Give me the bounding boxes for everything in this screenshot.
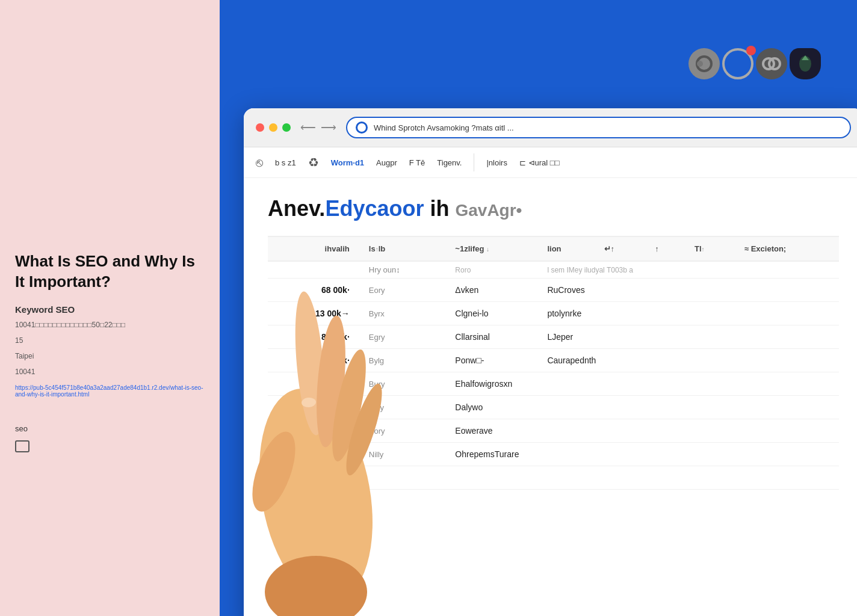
col-header-3[interactable]: ~1zlifeg ↓ — [445, 236, 537, 261]
nav-item-tiger[interactable]: Tigenv. — [437, 158, 462, 167]
table-row: 80 00k· Bylg Ponw□- Caurapednth — [268, 349, 839, 372]
nav-divider — [474, 153, 474, 171]
col-header-5[interactable]: ↵↑ — [595, 236, 646, 261]
address-text: Whind Sprotch Avsamoking ?mats αitl ... — [374, 123, 514, 132]
cell-3: Clgnei-lo — [445, 302, 537, 325]
cell-name: Caurapednth — [537, 349, 839, 372]
cell-type: Nilly — [359, 443, 446, 466]
copy-icon[interactable] — [15, 440, 29, 452]
heading-part3: ih — [424, 196, 449, 221]
cell-name: Ehalfowigrosxn — [445, 372, 839, 396]
subheader-4: l sem IMey iludyal T003b a — [537, 261, 839, 279]
logo-icon-2 — [722, 48, 753, 79]
cell-type: Bury — [359, 372, 446, 396]
logo-icon-1 — [688, 48, 720, 79]
heading-part1: Anev. — [268, 196, 325, 221]
nav-item-worm[interactable]: Worm·d1 — [331, 158, 364, 167]
table-row: 68 00k· Eory Δvken RuCroves — [268, 279, 839, 302]
page-heading: Anev.Edycaoor ih GavAgr• — [268, 196, 839, 221]
heading-part2: Edycaoor — [325, 196, 424, 221]
cell-vol: 81 00k· — [268, 325, 359, 349]
cell-3: Ponw□- — [445, 349, 537, 372]
nav-item-1[interactable]: b s z1 — [275, 158, 296, 167]
nav-item-te[interactable]: F Tē — [409, 158, 425, 167]
cell-name: ptolynrke — [537, 302, 839, 325]
maximize-button[interactable] — [282, 123, 291, 132]
logo-svg-3 — [761, 54, 782, 74]
browser-chrome: ⟵ ⟶ Whind Sprotch Avsamoking ?mats αitl … — [244, 108, 857, 147]
logo-svg-1 — [695, 55, 713, 73]
cell-3: Δvken — [445, 279, 537, 302]
forward-icon[interactable]: ⟶ — [321, 121, 336, 134]
cell-vol: 17 00k· — [268, 396, 359, 419]
logo-area — [688, 48, 821, 79]
cell-vol: 8F 00k· — [268, 466, 359, 490]
browser-window: ⟵ ⟶ Whind Sprotch Avsamoking ?mats αitl … — [244, 108, 857, 616]
minimize-button[interactable] — [269, 123, 277, 132]
nav-icon-2: ♻ — [308, 155, 319, 170]
table-row: 82 00k· Bury Ehalfowigrosxn — [268, 372, 839, 396]
seo-tag: seo — [15, 424, 205, 433]
nav-item-ural[interactable]: ⊏ ⊲ural □□ — [519, 158, 560, 167]
col-header-8[interactable]: ≈ Excieton; — [735, 236, 839, 261]
table-row: S0 00k· Nilly OhrepemsTurare — [268, 443, 839, 466]
keyword-label: Keyword SEO — [15, 304, 205, 315]
table-header: ihvalih ls↑lb ~1zlifeg ↓ lion ↵↑ ↑ Tl↑ ≈… — [268, 236, 839, 261]
nav-item-augpr[interactable]: Augpr — [376, 158, 397, 167]
nav-icon-home[interactable]: ⎋ — [256, 156, 263, 170]
main-content-area: ⟵ ⟶ Whind Sprotch Avsamoking ?mats αitl … — [220, 0, 857, 616]
cell-type: Egry — [359, 325, 446, 349]
cell-type: Bory — [359, 419, 446, 443]
cell-type: Byrx — [359, 302, 446, 325]
close-button[interactable] — [256, 123, 264, 132]
cell-type: Eory — [359, 279, 446, 302]
article-title: What Is SEO and Why Is It Important? — [15, 251, 205, 292]
logo-svg-4 — [797, 54, 814, 73]
table-row: 32 00k· Bory Eowerave — [268, 419, 839, 443]
logo-icon-4 — [790, 48, 821, 79]
cell-vol: 82 00k· — [268, 372, 359, 396]
col-header-7[interactable]: Tl↑ — [685, 236, 735, 261]
cell-name: RuCroves — [537, 279, 839, 302]
table-subheader: Hry oun↕ Roro l sem IMey iludyal T003b a — [268, 261, 839, 279]
page-content: Anev.Edycaoor ih GavAgr• ihvalih ls↑lb ~… — [244, 178, 857, 616]
cell-3: Cllarsinal — [445, 325, 537, 349]
cell-vol: 80 00k· — [268, 349, 359, 372]
table-row: 13 00k→ Byrx Clgnei-lo ptolynrke — [268, 302, 839, 325]
cell-vol: S0 00k· — [268, 443, 359, 466]
nav-item-nloirs[interactable]: |nloirs — [486, 158, 507, 167]
cell-name: LJeper — [537, 325, 839, 349]
cell-name: Dalywo — [445, 396, 839, 419]
cell-type: Bylg — [359, 349, 446, 372]
cell-vol: 68 00k· — [268, 279, 359, 302]
table-row: 8F 00k· — [268, 466, 839, 490]
cell-name: Eowerave — [445, 419, 839, 443]
subheader-empty — [268, 261, 359, 279]
back-icon[interactable]: ⟵ — [300, 121, 316, 134]
col-header-4[interactable]: lion — [537, 236, 594, 261]
article-url[interactable]: https://pub-5c454f571b8e40a3a2aad27ade84… — [15, 384, 205, 398]
table-body: 68 00k· Eory Δvken RuCroves 13 00k→ Byrx… — [268, 279, 839, 490]
col-header-1[interactable]: ihvalih — [268, 236, 359, 261]
subheader-2: Hry oun↕ — [359, 261, 446, 279]
cell-name — [445, 466, 839, 490]
col-header-2[interactable]: ls↑lb — [359, 236, 446, 261]
postal: 10041 — [15, 366, 205, 377]
data-table: ihvalih ls↑lb ~1zlifeg ↓ lion ↵↑ ↑ Tl↑ ≈… — [268, 236, 839, 490]
table-row: 81 00k· Egry Cllarsinal LJeper — [268, 325, 839, 349]
subheader-3: Roro — [445, 261, 537, 279]
traffic-lights — [256, 123, 291, 132]
logo-icon-3 — [756, 48, 787, 79]
col-header-6: ↑ — [645, 236, 685, 261]
left-sidebar: What Is SEO and Why Is It Important? Key… — [0, 0, 220, 616]
nav-buttons: ⟵ ⟶ — [300, 121, 336, 134]
browser-circle-icon — [356, 122, 368, 134]
svg-point-1 — [697, 61, 703, 67]
location: Taipei — [15, 351, 205, 362]
cell-name: OhrepemsTurare — [445, 443, 839, 466]
cell-type — [359, 466, 446, 490]
cell-vol: 32 00k· — [268, 419, 359, 443]
meta-num: 15 — [15, 335, 205, 346]
address-bar[interactable]: Whind Sprotch Avsamoking ?mats αitl ... — [346, 117, 851, 138]
cell-type: Ryly — [359, 396, 446, 419]
